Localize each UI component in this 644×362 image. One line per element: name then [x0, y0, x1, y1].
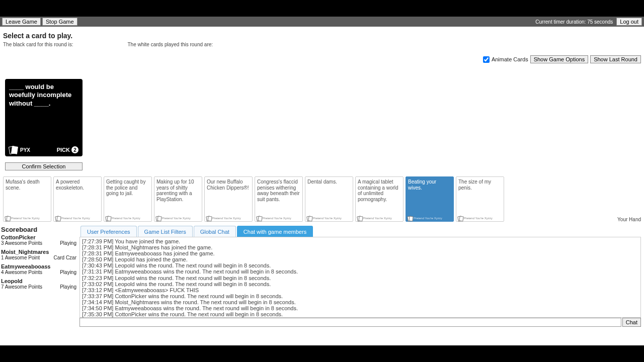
hand-card[interactable]: Making up for 10 years of shitty parenti…: [154, 176, 202, 222]
show-game-options-button[interactable]: Show Game Options: [530, 55, 589, 63]
hand-card[interactable]: Getting caught by the police and going t…: [104, 176, 152, 222]
hand-card-footer: Pretend You're Xyzzy: [307, 216, 342, 220]
black-card-text: ____ would be woefully incomplete withou…: [9, 83, 78, 108]
scoreboard-player: CottonPicker3 Awesome PointsPlaying: [1, 234, 76, 246]
hand-card-footer: Pretend You're Xyzzy: [55, 216, 90, 220]
chat-line: [7:35:30 PM] CottonPicker wins the round…: [82, 311, 638, 317]
hand-card-text: Congress's flaccid penises withering awa…: [257, 179, 300, 202]
cards-mini-icon: [5, 216, 10, 220]
scoreboard-player: Eatmyweeabooass4 Awesome PointsPlaying: [1, 263, 76, 275]
player-points: 7 Awesome Points: [1, 284, 42, 290]
letterbox-bottom: [0, 345, 644, 362]
confirm-selection-button[interactable]: Confirm Selection: [5, 162, 83, 170]
animate-cards-label: Animate Cards: [492, 56, 528, 62]
chat-log[interactable]: [7:27:39 PM] You have joined the game.[7…: [79, 237, 641, 318]
player-status: Playing: [60, 284, 76, 290]
stop-game-button[interactable]: Stop Game: [42, 18, 77, 26]
your-hand-label: Your Hand: [617, 217, 641, 222]
chat-line: [7:34:14 PM] Moist_Nightmares wins the r…: [82, 299, 638, 305]
hand-card-footer: Pretend You're Xyzzy: [106, 216, 140, 220]
cards-mini-icon: [408, 216, 413, 220]
chat-line: [7:34:50 PM] Eatmyweeabooass wins the ro…: [82, 305, 638, 311]
cards-mini-icon: [206, 216, 211, 220]
hand-card-text: Our new Buffalo Chicken Dippers®!: [207, 179, 250, 191]
pick-label: PICK: [57, 147, 70, 153]
letterbox-top: [0, 0, 644, 17]
hand-card-text: A powered exoskeleton.: [56, 179, 99, 191]
hand-card-footer: Pretend You're Xyzzy: [458, 216, 493, 220]
hand-card[interactable]: The size of my penis.Pretend You're Xyzz…: [456, 176, 504, 222]
cards-mini-icon: [307, 216, 312, 220]
player-status: Card Czar: [53, 255, 76, 260]
hand-card-footer: Pretend You're Xyzzy: [206, 216, 241, 220]
chat-line: [7:28:31 PM] Eatmyweeabooass has joined …: [82, 250, 638, 256]
black-card-caption: The black card for this round is:: [3, 42, 73, 47]
scoreboard-player: Leopold7 Awesome PointsPlaying: [1, 278, 76, 290]
player-name: CottonPicker: [1, 234, 76, 240]
logout-button[interactable]: Log out: [616, 18, 642, 26]
player-points: 3 Awesome Points: [1, 240, 42, 246]
chat-line: [7:32:23 PM] Leopold wins the round. The…: [82, 275, 638, 281]
black-card: ____ would be woefully incomplete withou…: [5, 79, 83, 156]
chat-line: [7:27:39 PM] You have joined the game.: [82, 238, 638, 244]
tabs: User PreferencesGame List FiltersGlobal …: [80, 226, 314, 237]
cards-mini-icon: [156, 216, 161, 220]
tab[interactable]: Game List Filters: [138, 226, 193, 237]
player-points: 1 Awesome Point: [1, 255, 40, 260]
cards-mini-icon: [257, 216, 262, 220]
timer-label: Current timer duration: 75 seconds: [535, 19, 613, 25]
chat-line: [7:28:50 PM] Leopold has joined the game…: [82, 256, 638, 262]
player-status: Playing: [60, 240, 76, 246]
hand-card[interactable]: Beating your wives.Pretend You're Xyzzy: [406, 176, 454, 222]
animate-cards-checkbox[interactable]: [483, 56, 490, 63]
tab[interactable]: User Preferences: [80, 226, 137, 237]
hand-card[interactable]: Our new Buffalo Chicken Dippers®!Pretend…: [204, 176, 253, 222]
tab[interactable]: Global Chat: [194, 226, 236, 237]
hand-card-text: A magical tablet containing a world of u…: [358, 179, 401, 202]
cards-logo-icon: [9, 146, 18, 153]
cards-mini-icon: [55, 216, 60, 220]
chat-input[interactable]: [79, 318, 621, 327]
scoreboard-title: Scoreboard: [1, 226, 76, 233]
hand-card-text: Dental dams.: [307, 179, 351, 185]
hand-card-text: Beating your wives.: [408, 179, 451, 191]
pick-number: 2: [71, 146, 78, 153]
cards-mini-icon: [106, 216, 111, 220]
scoreboard: Scoreboard CottonPicker3 Awesome PointsP…: [1, 226, 76, 293]
cards-mini-icon: [357, 216, 362, 220]
chat-line: [7:33:37 PM] CottonPicker wins the round…: [82, 293, 638, 299]
player-name: Eatmyweeabooass: [1, 263, 76, 269]
hand-card-footer: Pretend You're Xyzzy: [156, 216, 191, 220]
hand-card[interactable]: A magical tablet containing a world of u…: [355, 176, 404, 222]
hand-card-text: The size of my penis.: [458, 179, 502, 191]
leave-game-button[interactable]: Leave Game: [2, 18, 41, 26]
player-name: Moist_Nightmares: [1, 249, 76, 255]
tab[interactable]: Chat with game members: [237, 226, 313, 237]
hand-card-footer: Pretend You're Xyzzy: [408, 216, 442, 220]
hand-card-footer: Pretend You're Xyzzy: [357, 216, 392, 220]
player-name: Leopold: [1, 278, 76, 284]
hand-card[interactable]: Congress's flaccid penises withering awa…: [255, 176, 303, 222]
chat-line: [7:30:43 PM] Leopold wins the round. The…: [82, 262, 638, 268]
show-last-round-button[interactable]: Show Last Round: [590, 55, 641, 63]
black-card-logo: PYX: [20, 147, 30, 153]
chat-line: [7:33:12 PM] <Eatmyweeabooass> FUCK THIS: [82, 287, 638, 293]
hand-card-text: Mufasa's death scene.: [6, 179, 49, 191]
hand-card[interactable]: A powered exoskeleton.Pretend You're Xyz…: [53, 176, 102, 222]
hand: Mufasa's death scene.Pretend You're Xyzz…: [3, 176, 641, 225]
chat-line: [7:33:02 PM] Leopold wins the round. The…: [82, 281, 638, 287]
hand-card-text: Making up for 10 years of shitty parenti…: [156, 179, 200, 202]
cards-mini-icon: [458, 216, 463, 220]
hand-card[interactable]: Mufasa's death scene.Pretend You're Xyzz…: [3, 176, 51, 222]
hand-card-footer: Pretend You're Xyzzy: [5, 216, 40, 220]
white-cards-caption: The white cards played this round are:: [128, 42, 213, 47]
hand-card-text: Getting caught by the police and going t…: [106, 179, 149, 197]
right-options: Animate Cards Show Game Options Show Las…: [483, 55, 641, 63]
prompt-title: Select a card to play.: [3, 32, 644, 40]
chat-line: [7:28:31 PM] Moist_Nightmares has joined…: [82, 244, 638, 250]
scoreboard-player: Moist_Nightmares1 Awesome PointCard Czar: [1, 249, 76, 260]
hand-card[interactable]: Dental dams.Pretend You're Xyzzy: [305, 176, 353, 222]
top-toolbar: Leave Game Stop Game Current timer durat…: [0, 17, 644, 27]
player-status: Playing: [60, 269, 76, 275]
chat-send-button[interactable]: Chat: [622, 318, 641, 327]
